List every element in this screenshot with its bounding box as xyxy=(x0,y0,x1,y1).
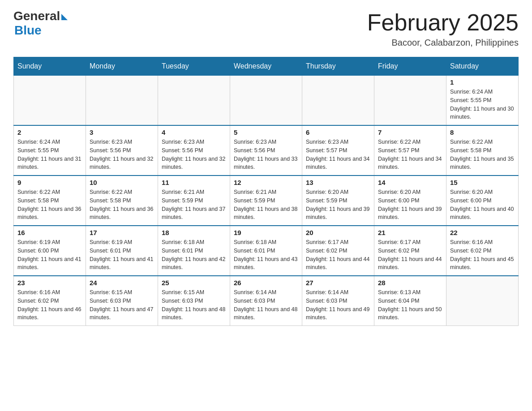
calendar-week-row: 9Sunrise: 6:22 AM Sunset: 5:58 PM Daylig… xyxy=(14,176,519,226)
calendar-cell: 22Sunrise: 6:16 AM Sunset: 6:02 PM Dayli… xyxy=(446,226,519,276)
calendar-header-friday: Friday xyxy=(374,57,446,75)
calendar-week-row: 2Sunrise: 6:24 AM Sunset: 5:55 PM Daylig… xyxy=(14,125,519,176)
calendar-cell: 5Sunrise: 6:23 AM Sunset: 5:56 PM Daylig… xyxy=(230,125,302,176)
day-number: 25 xyxy=(162,279,226,287)
day-info: Sunrise: 6:15 AM Sunset: 6:03 PM Dayligh… xyxy=(90,288,154,322)
day-info: Sunrise: 6:16 AM Sunset: 6:02 PM Dayligh… xyxy=(17,288,82,322)
calendar-cell: 10Sunrise: 6:22 AM Sunset: 5:58 PM Dayli… xyxy=(86,176,158,226)
logo-general-text: General xyxy=(13,9,60,23)
day-info: Sunrise: 6:23 AM Sunset: 5:56 PM Dayligh… xyxy=(90,138,154,171)
calendar-cell xyxy=(158,75,230,125)
calendar-cell: 13Sunrise: 6:20 AM Sunset: 5:59 PM Dayli… xyxy=(302,176,374,226)
calendar-cell: 4Sunrise: 6:23 AM Sunset: 5:56 PM Daylig… xyxy=(158,125,230,176)
calendar-cell: 24Sunrise: 6:15 AM Sunset: 6:03 PM Dayli… xyxy=(86,276,158,326)
day-number: 2 xyxy=(17,128,82,136)
day-number: 16 xyxy=(17,229,82,236)
calendar-header-tuesday: Tuesday xyxy=(158,57,230,75)
calendar-cell: 21Sunrise: 6:17 AM Sunset: 6:02 PM Dayli… xyxy=(374,226,446,276)
day-info: Sunrise: 6:20 AM Sunset: 5:59 PM Dayligh… xyxy=(306,188,370,222)
day-number: 18 xyxy=(162,229,226,236)
day-info: Sunrise: 6:16 AM Sunset: 6:02 PM Dayligh… xyxy=(450,238,515,272)
day-number: 9 xyxy=(17,179,82,186)
calendar-cell: 15Sunrise: 6:20 AM Sunset: 6:00 PM Dayli… xyxy=(446,176,519,226)
day-number: 28 xyxy=(378,279,442,287)
day-number: 22 xyxy=(450,229,515,236)
calendar-cell: 19Sunrise: 6:18 AM Sunset: 6:01 PM Dayli… xyxy=(230,226,302,276)
logo: General Blue xyxy=(13,9,68,38)
day-info: Sunrise: 6:18 AM Sunset: 6:01 PM Dayligh… xyxy=(162,238,226,272)
day-info: Sunrise: 6:20 AM Sunset: 6:00 PM Dayligh… xyxy=(450,188,515,222)
day-number: 21 xyxy=(378,229,442,236)
day-info: Sunrise: 6:17 AM Sunset: 6:02 PM Dayligh… xyxy=(378,238,442,272)
calendar-cell: 11Sunrise: 6:21 AM Sunset: 5:59 PM Dayli… xyxy=(158,176,230,226)
calendar-week-row: 16Sunrise: 6:19 AM Sunset: 6:00 PM Dayli… xyxy=(14,226,519,276)
day-number: 7 xyxy=(378,128,442,136)
day-number: 1 xyxy=(450,78,515,86)
calendar-cell: 25Sunrise: 6:15 AM Sunset: 6:03 PM Dayli… xyxy=(158,276,230,326)
day-number: 6 xyxy=(306,128,370,136)
logo-arrow-icon xyxy=(61,14,68,20)
day-info: Sunrise: 6:21 AM Sunset: 5:59 PM Dayligh… xyxy=(162,188,226,222)
calendar-cell: 8Sunrise: 6:22 AM Sunset: 5:58 PM Daylig… xyxy=(446,125,519,176)
day-info: Sunrise: 6:24 AM Sunset: 5:55 PM Dayligh… xyxy=(17,138,82,171)
calendar-cell: 27Sunrise: 6:14 AM Sunset: 6:03 PM Dayli… xyxy=(302,276,374,326)
calendar-cell: 1Sunrise: 6:24 AM Sunset: 5:55 PM Daylig… xyxy=(446,75,519,125)
day-number: 27 xyxy=(306,279,370,287)
day-info: Sunrise: 6:14 AM Sunset: 6:03 PM Dayligh… xyxy=(234,288,298,322)
day-number: 24 xyxy=(90,279,154,287)
calendar-cell: 26Sunrise: 6:14 AM Sunset: 6:03 PM Dayli… xyxy=(230,276,302,326)
calendar-header-thursday: Thursday xyxy=(302,57,374,75)
calendar-week-row: 23Sunrise: 6:16 AM Sunset: 6:02 PM Dayli… xyxy=(14,276,519,326)
day-number: 10 xyxy=(90,179,154,186)
day-info: Sunrise: 6:19 AM Sunset: 6:01 PM Dayligh… xyxy=(90,238,154,272)
day-number: 4 xyxy=(162,128,226,136)
day-info: Sunrise: 6:23 AM Sunset: 5:56 PM Dayligh… xyxy=(162,138,226,171)
calendar-cell: 20Sunrise: 6:17 AM Sunset: 6:02 PM Dayli… xyxy=(302,226,374,276)
month-title: February 2025 xyxy=(367,9,519,36)
calendar-cell: 9Sunrise: 6:22 AM Sunset: 5:58 PM Daylig… xyxy=(14,176,86,226)
day-info: Sunrise: 6:22 AM Sunset: 5:57 PM Dayligh… xyxy=(378,138,442,171)
calendar-cell xyxy=(374,75,446,125)
day-number: 20 xyxy=(306,229,370,236)
calendar-cell: 28Sunrise: 6:13 AM Sunset: 6:04 PM Dayli… xyxy=(374,276,446,326)
day-info: Sunrise: 6:19 AM Sunset: 6:00 PM Dayligh… xyxy=(17,238,82,272)
day-info: Sunrise: 6:14 AM Sunset: 6:03 PM Dayligh… xyxy=(306,288,370,322)
page-header: General Blue February 2025 Bacoor, Calab… xyxy=(13,9,519,48)
day-number: 19 xyxy=(234,229,298,236)
calendar-cell: 6Sunrise: 6:23 AM Sunset: 5:57 PM Daylig… xyxy=(302,125,374,176)
day-info: Sunrise: 6:22 AM Sunset: 5:58 PM Dayligh… xyxy=(17,188,82,222)
calendar-cell xyxy=(230,75,302,125)
day-number: 26 xyxy=(234,279,298,287)
calendar-cell: 23Sunrise: 6:16 AM Sunset: 6:02 PM Dayli… xyxy=(14,276,86,326)
calendar-cell: 3Sunrise: 6:23 AM Sunset: 5:56 PM Daylig… xyxy=(86,125,158,176)
calendar-header-sunday: Sunday xyxy=(14,57,86,75)
calendar-cell xyxy=(14,75,86,125)
day-info: Sunrise: 6:17 AM Sunset: 6:02 PM Dayligh… xyxy=(306,238,370,272)
calendar-cell: 14Sunrise: 6:20 AM Sunset: 6:00 PM Dayli… xyxy=(374,176,446,226)
calendar-cell xyxy=(446,276,519,326)
calendar-header-wednesday: Wednesday xyxy=(230,57,302,75)
day-number: 3 xyxy=(90,128,154,136)
calendar-cell: 17Sunrise: 6:19 AM Sunset: 6:01 PM Dayli… xyxy=(86,226,158,276)
title-section: February 2025 Bacoor, Calabarzon, Philip… xyxy=(367,9,519,48)
calendar-week-row: 1Sunrise: 6:24 AM Sunset: 5:55 PM Daylig… xyxy=(14,75,519,125)
day-number: 11 xyxy=(162,179,226,186)
day-info: Sunrise: 6:23 AM Sunset: 5:57 PM Dayligh… xyxy=(306,138,370,171)
calendar-cell: 12Sunrise: 6:21 AM Sunset: 5:59 PM Dayli… xyxy=(230,176,302,226)
calendar-header-monday: Monday xyxy=(86,57,158,75)
day-number: 17 xyxy=(90,229,154,236)
day-info: Sunrise: 6:23 AM Sunset: 5:56 PM Dayligh… xyxy=(234,138,298,171)
calendar-cell: 2Sunrise: 6:24 AM Sunset: 5:55 PM Daylig… xyxy=(14,125,86,176)
day-number: 8 xyxy=(450,128,515,136)
calendar-cell: 18Sunrise: 6:18 AM Sunset: 6:01 PM Dayli… xyxy=(158,226,230,276)
day-number: 15 xyxy=(450,179,515,186)
calendar-table: SundayMondayTuesdayWednesdayThursdayFrid… xyxy=(13,57,519,326)
day-info: Sunrise: 6:20 AM Sunset: 6:00 PM Dayligh… xyxy=(378,188,442,222)
day-number: 12 xyxy=(234,179,298,186)
day-info: Sunrise: 6:15 AM Sunset: 6:03 PM Dayligh… xyxy=(162,288,226,322)
calendar-cell: 16Sunrise: 6:19 AM Sunset: 6:00 PM Dayli… xyxy=(14,226,86,276)
location-text: Bacoor, Calabarzon, Philippines xyxy=(367,38,519,48)
calendar-cell: 7Sunrise: 6:22 AM Sunset: 5:57 PM Daylig… xyxy=(374,125,446,176)
day-info: Sunrise: 6:21 AM Sunset: 5:59 PM Dayligh… xyxy=(234,188,298,222)
day-info: Sunrise: 6:22 AM Sunset: 5:58 PM Dayligh… xyxy=(90,188,154,222)
